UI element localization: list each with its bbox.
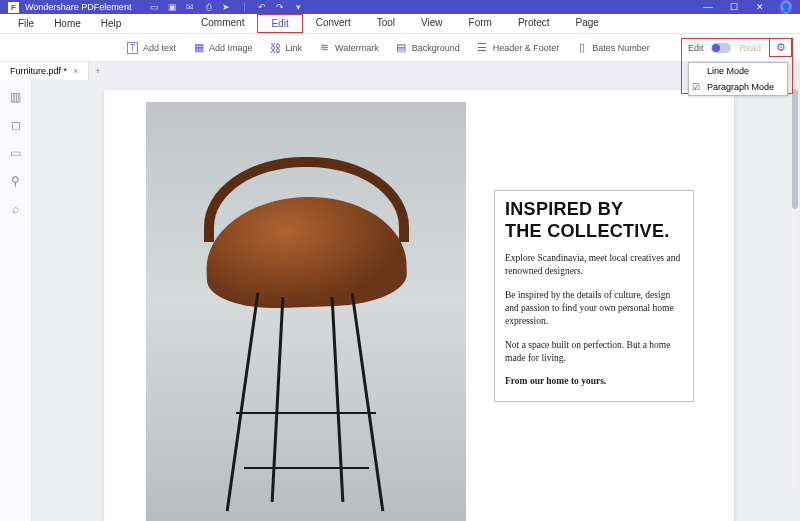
close-icon[interactable]: ✕ — [754, 2, 766, 12]
edit-toolbar: 🅃Add text ▦Add Image ⛓Link ≋Watermark ▤B… — [0, 34, 800, 62]
bates-icon: ▯ — [575, 41, 588, 54]
menubar-left: File Home Help — [0, 18, 131, 29]
paragraph-2: Be inspired by the details of culture, d… — [505, 289, 683, 329]
maximize-icon[interactable]: ☐ — [728, 2, 740, 12]
tab-close-icon[interactable]: × — [73, 66, 78, 76]
paragraph-3: Not a space built on perfection. But a h… — [505, 339, 683, 366]
image-icon[interactable]: ▣ — [167, 2, 177, 12]
tool-label: Watermark — [335, 43, 379, 53]
bookmark-icon[interactable]: ◻ — [9, 118, 23, 132]
tool-watermark[interactable]: ≋Watermark — [312, 39, 385, 56]
titlebar-left: F Wondershare PDFelement ▭ ▣ ✉ ⎙ ➤ | ↶ ↷… — [8, 2, 303, 13]
menu-convert[interactable]: Convert — [303, 14, 364, 33]
toolbar-right: Edit Read ⚙ — [688, 38, 792, 57]
attachment-icon[interactable]: ⚲ — [9, 174, 23, 188]
header-footer-icon: ☰ — [476, 41, 489, 54]
menubar: File Home Help Comment Edit Convert Tool… — [0, 14, 800, 34]
tool-add-text[interactable]: 🅃Add text — [120, 39, 182, 56]
picture-icon: ▦ — [192, 41, 205, 54]
tool-header-footer[interactable]: ☰Header & Footer — [470, 39, 566, 56]
tool-background[interactable]: ▤Background — [389, 39, 466, 56]
share-icon[interactable]: ➤ — [221, 2, 231, 12]
paragraph-4: From our home to yours. — [505, 375, 683, 388]
dropdown-icon[interactable]: ▾ — [293, 2, 303, 12]
menu-protect[interactable]: Protect — [505, 14, 563, 33]
menubar-center: Comment Edit Convert Tool View Form Prot… — [188, 14, 612, 33]
scrollbar-thumb[interactable] — [792, 89, 798, 209]
dropdown-option-paragraph-mode[interactable]: Paragraph Mode — [689, 79, 787, 95]
print-icon[interactable]: ⎙ — [203, 2, 213, 12]
chair-photo[interactable] — [146, 102, 466, 521]
menu-edit[interactable]: Edit — [257, 14, 302, 33]
tool-label: Background — [412, 43, 460, 53]
tool-label: Link — [286, 43, 303, 53]
heading-line1: INSPIRED BY — [505, 199, 623, 219]
thumbnails-icon[interactable]: ▥ — [9, 90, 23, 104]
edit-mode-settings-button[interactable]: ⚙ — [769, 38, 792, 57]
comments-icon[interactable]: ▭ — [9, 146, 23, 160]
paragraph-1: Explore Scandinavia, meet local creative… — [505, 252, 683, 279]
dropdown-option-line-mode[interactable]: Line Mode — [689, 63, 787, 79]
tool-label: Add text — [143, 43, 176, 53]
mail-icon[interactable]: ✉ — [185, 2, 195, 12]
read-mode-label: Read — [739, 43, 761, 53]
menu-home[interactable]: Home — [44, 18, 91, 29]
heading-line2: THE COLLECTIVE. — [505, 221, 670, 241]
app-title: Wondershare PDFelement — [25, 2, 131, 12]
divider-icon: | — [239, 2, 249, 12]
text-icon: 🅃 — [126, 41, 139, 54]
tab-add-button[interactable]: + — [89, 66, 106, 76]
watermark-icon: ≋ — [318, 41, 331, 54]
tool-bates-number[interactable]: ▯Bates Number — [569, 39, 656, 56]
menu-view[interactable]: View — [408, 14, 456, 33]
folder-icon[interactable]: ▭ — [149, 2, 159, 12]
gear-icon: ⚙ — [774, 41, 787, 54]
link-icon: ⛓ — [269, 41, 282, 54]
redo-icon[interactable]: ↷ — [275, 2, 285, 12]
tool-label: Header & Footer — [493, 43, 560, 53]
edit-mode-dropdown: Line Mode Paragraph Mode — [688, 62, 788, 96]
tool-link[interactable]: ⛓Link — [263, 39, 309, 56]
menu-comment[interactable]: Comment — [188, 14, 257, 33]
document-canvas[interactable]: INSPIRED BYTHE COLLECTIVE. Explore Scand… — [32, 80, 800, 521]
menu-file[interactable]: File — [8, 18, 44, 29]
menu-page[interactable]: Page — [563, 14, 612, 33]
tool-add-image[interactable]: ▦Add Image — [186, 39, 259, 56]
pdf-page: INSPIRED BYTHE COLLECTIVE. Explore Scand… — [104, 90, 734, 521]
left-sidebar: ▥ ◻ ▭ ⚲ ⌕ — [0, 80, 32, 521]
app-logo-icon: F — [8, 2, 19, 13]
edit-read-toggle[interactable] — [711, 43, 731, 53]
menu-form[interactable]: Form — [456, 14, 505, 33]
titlebar: F Wondershare PDFelement ▭ ▣ ✉ ⎙ ➤ | ↶ ↷… — [0, 0, 800, 14]
menu-tool[interactable]: Tool — [364, 14, 408, 33]
undo-icon[interactable]: ↶ — [257, 2, 267, 12]
titlebar-quick-icons: ▭ ▣ ✉ ⎙ ➤ | ↶ ↷ ▾ — [149, 2, 303, 12]
workspace: ▥ ◻ ▭ ⚲ ⌕ INSPIRED BYTHE COLLECTIVE. Exp… — [0, 80, 800, 521]
document-tabbar: Furniture.pdf * × + — [0, 62, 800, 80]
tool-label: Add Image — [209, 43, 253, 53]
document-tab[interactable]: Furniture.pdf * × — [0, 62, 89, 80]
edit-mode-label: Edit — [688, 43, 704, 53]
search-icon[interactable]: ⌕ — [9, 202, 23, 216]
user-avatar-icon[interactable]: 👤 — [780, 0, 792, 14]
window-controls: — ☐ ✕ 👤 — [702, 0, 792, 14]
menu-help[interactable]: Help — [91, 18, 132, 29]
editable-text-block[interactable]: INSPIRED BYTHE COLLECTIVE. Explore Scand… — [494, 190, 694, 402]
vertical-scrollbar[interactable] — [792, 85, 798, 495]
tab-label: Furniture.pdf * — [10, 66, 67, 76]
heading: INSPIRED BYTHE COLLECTIVE. — [505, 199, 683, 242]
text-column: INSPIRED BYTHE COLLECTIVE. Explore Scand… — [494, 190, 694, 402]
minimize-icon[interactable]: — — [702, 2, 714, 12]
tool-label: Bates Number — [592, 43, 650, 53]
background-icon: ▤ — [395, 41, 408, 54]
